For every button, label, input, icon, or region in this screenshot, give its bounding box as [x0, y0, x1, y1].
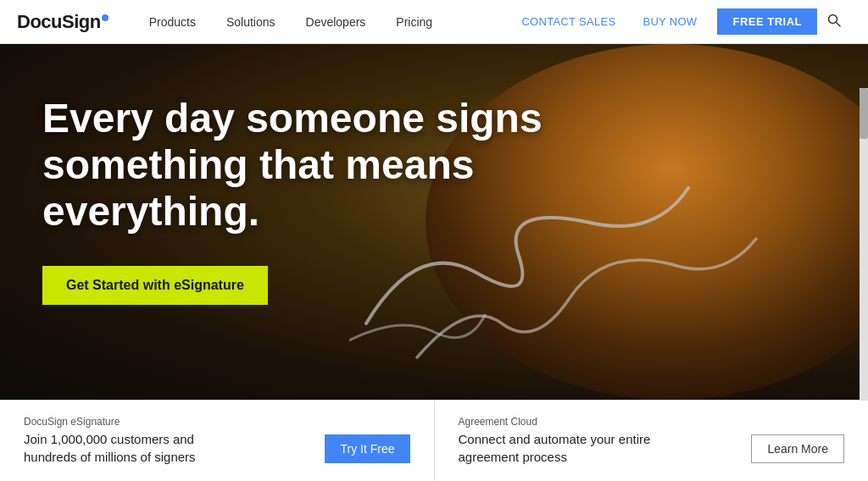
- learn-more-button[interactable]: Learn More: [751, 434, 844, 463]
- nav-right: CONTACT SALES BUY NOW FREE TRIAL: [508, 8, 851, 35]
- logo[interactable]: DocuSign: [17, 11, 108, 33]
- scrollbar[interactable]: [860, 88, 868, 400]
- svg-line-1: [837, 22, 841, 26]
- buy-now-link[interactable]: BUY NOW: [629, 15, 710, 28]
- try-it-free-button[interactable]: Try It Free: [325, 434, 409, 463]
- card-esignature-description: Join 1,000,000 customers and hundreds of…: [24, 431, 244, 466]
- hero-content: Every day someone signs something that m…: [42, 95, 551, 305]
- scrollbar-thumb[interactable]: [860, 88, 868, 139]
- free-trial-button[interactable]: FREE TRIAL: [717, 8, 817, 35]
- search-icon[interactable]: [817, 14, 851, 30]
- navbar: DocuSign Products Solutions Developers P…: [0, 0, 868, 44]
- logo-text: DocuSign: [17, 11, 108, 33]
- product-cards: DocuSign eSignature Join 1,000,000 custo…: [0, 400, 868, 481]
- nav-link-solutions[interactable]: Solutions: [211, 0, 291, 44]
- hero-section: Every day someone signs something that m…: [0, 44, 868, 400]
- nav-links: Products Solutions Developers Pricing: [134, 0, 509, 44]
- hero-title: Every day someone signs something that m…: [42, 95, 551, 235]
- card-agreement-cloud-description: Connect and automate your entire agreeme…: [459, 431, 679, 466]
- card-esignature-header: DocuSign eSignature: [24, 416, 410, 428]
- contact-sales-link[interactable]: CONTACT SALES: [508, 15, 629, 28]
- card-esignature: DocuSign eSignature Join 1,000,000 custo…: [0, 401, 435, 481]
- nav-link-products[interactable]: Products: [134, 0, 211, 44]
- nav-link-pricing[interactable]: Pricing: [381, 0, 448, 44]
- card-agreement-cloud-header: Agreement Cloud: [459, 416, 845, 428]
- card-agreement-cloud: Agreement Cloud Connect and automate you…: [435, 401, 869, 481]
- nav-link-developers[interactable]: Developers: [291, 0, 381, 44]
- card-esignature-body: Join 1,000,000 customers and hundreds of…: [24, 431, 410, 466]
- card-agreement-cloud-body: Connect and automate your entire agreeme…: [459, 431, 845, 466]
- hero-cta-button[interactable]: Get Started with eSignature: [42, 266, 268, 305]
